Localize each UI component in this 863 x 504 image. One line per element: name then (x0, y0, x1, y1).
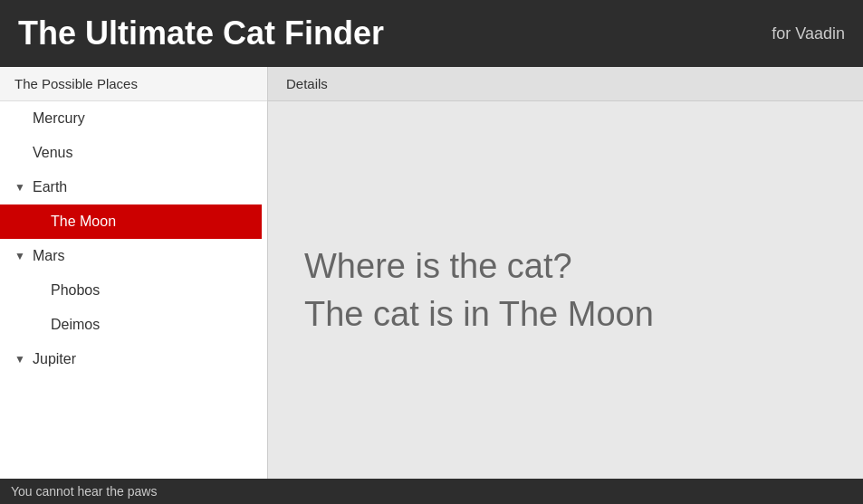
sidebar-item-deimos[interactable]: Deimos (0, 308, 262, 342)
app-header: The Ultimate Cat Finder for Vaadin (0, 0, 863, 67)
sidebar-item-jupiter[interactable]: ▼Jupiter (0, 342, 262, 376)
sidebar-item-label-deimos: Deimos (51, 317, 100, 333)
main-area: The Possible Places Mercury Venus▼Earth … (0, 67, 863, 479)
content-heading: Details (268, 67, 863, 101)
sidebar-item-phobos[interactable]: Phobos (0, 273, 262, 308)
chevron-mars-icon: ▼ (14, 250, 29, 262)
sidebar-item-mercury[interactable]: Mercury (0, 101, 262, 136)
sidebar-item-label-earth: Earth (33, 179, 67, 195)
sidebar-item-label-mercury: Mercury (33, 110, 85, 127)
content-body: Where is the cat? The cat is in The Moon (268, 101, 863, 479)
sidebar-item-the-moon[interactable]: The Moon (0, 204, 262, 239)
question-text: Where is the cat? (304, 247, 572, 286)
answer-text: The cat is in The Moon (304, 295, 654, 334)
sidebar-item-label-mars: Mars (33, 248, 65, 264)
app-subtitle: for Vaadin (772, 24, 845, 43)
sidebar-wrapper: The Possible Places Mercury Venus▼Earth … (0, 67, 267, 479)
chevron-earth-icon: ▼ (14, 181, 29, 194)
chevron-jupiter-icon: ▼ (14, 353, 29, 366)
sidebar-item-mars[interactable]: ▼Mars (0, 239, 262, 273)
sidebar: The Possible Places Mercury Venus▼Earth … (0, 67, 267, 479)
sidebar-item-label-the-moon: The Moon (51, 214, 116, 230)
content-area: Details Where is the cat? The cat is in … (268, 67, 863, 479)
status-bar: You cannot hear the paws (0, 479, 863, 504)
sidebar-list[interactable]: Mercury Venus▼Earth The Moon▼Mars Phobos… (0, 101, 262, 479)
sidebar-item-label-phobos: Phobos (51, 282, 100, 299)
sidebar-item-label-venus: Venus (33, 145, 72, 161)
sidebar-item-earth[interactable]: ▼Earth (0, 170, 262, 204)
sidebar-item-venus[interactable]: Venus (0, 136, 262, 170)
sidebar-heading: The Possible Places (0, 67, 267, 101)
app-title: The Ultimate Cat Finder (18, 14, 384, 52)
sidebar-item-label-jupiter: Jupiter (33, 351, 76, 367)
